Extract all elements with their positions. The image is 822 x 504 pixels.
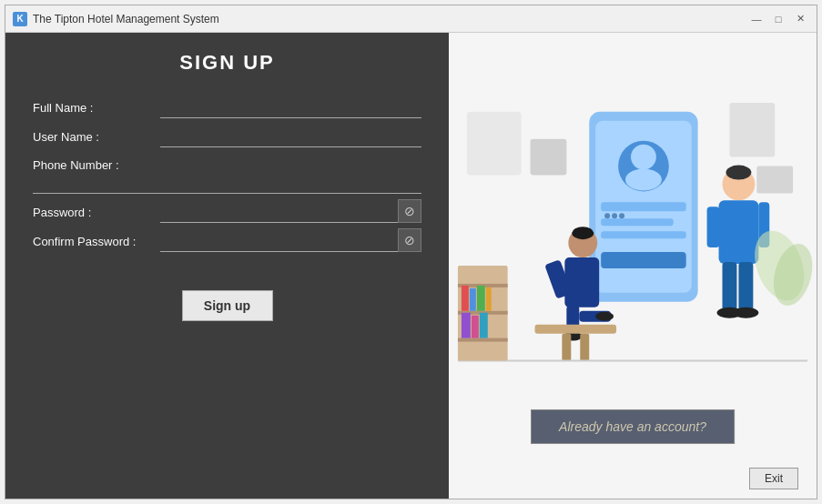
signup-button[interactable]: Sign up <box>182 290 273 321</box>
phone-input[interactable] <box>33 176 421 194</box>
fullname-row: Full Name : <box>33 100 421 118</box>
window-controls: — □ ✕ <box>747 10 809 28</box>
svg-point-15 <box>619 213 624 218</box>
form-area: Full Name : User Name : Phone Number : <box>33 100 421 263</box>
svg-rect-43 <box>462 286 469 311</box>
username-input-wrap <box>160 129 421 147</box>
svg-point-26 <box>572 227 594 239</box>
svg-rect-48 <box>472 316 479 338</box>
title-bar-left: K The Tipton Hotel Management System <box>13 12 219 26</box>
phone-input-wrap <box>33 176 421 194</box>
svg-rect-0 <box>467 112 522 176</box>
svg-point-8 <box>625 169 662 191</box>
svg-rect-45 <box>477 286 485 311</box>
svg-rect-35 <box>580 334 589 361</box>
password-input[interactable] <box>160 205 421 223</box>
svg-rect-42 <box>458 338 508 342</box>
svg-point-13 <box>604 213 610 218</box>
phone-row: Phone Number : <box>33 158 421 194</box>
close-button[interactable]: ✕ <box>791 10 809 28</box>
svg-point-14 <box>612 213 617 218</box>
svg-rect-47 <box>462 313 471 338</box>
fullname-input-wrap <box>160 100 421 118</box>
window-title: The Tipton Hotel Management System <box>33 13 219 25</box>
svg-rect-46 <box>486 287 492 311</box>
app-icon: K <box>13 12 27 26</box>
svg-rect-12 <box>601 252 686 268</box>
svg-rect-27 <box>564 257 599 307</box>
svg-rect-34 <box>562 334 571 361</box>
right-panel: Already have an account? Exit <box>449 33 817 499</box>
svg-rect-24 <box>707 207 720 247</box>
username-row: User Name : <box>33 129 421 147</box>
confirm-password-row: Confirm Password : ⊘ <box>33 234 421 252</box>
left-panel: SIGN UP Full Name : User Name : <box>5 33 449 499</box>
svg-point-7 <box>631 145 656 170</box>
svg-rect-18 <box>719 200 759 264</box>
password-input-wrap: ⊘ <box>160 205 421 223</box>
already-account-button[interactable]: Already have an account? <box>531 409 735 444</box>
svg-rect-10 <box>601 218 674 226</box>
confirm-password-label: Confirm Password : <box>33 235 160 252</box>
password-row: Password : ⊘ <box>33 205 421 223</box>
svg-rect-1 <box>531 139 567 176</box>
main-window: K The Tipton Hotel Management System — □… <box>5 5 817 499</box>
confirm-password-input-wrap: ⊘ <box>160 234 421 252</box>
svg-point-31 <box>595 312 614 321</box>
fullname-input[interactable] <box>160 100 421 118</box>
svg-rect-19 <box>723 262 737 312</box>
svg-rect-3 <box>756 166 793 194</box>
confirm-eye-icon[interactable]: ⊘ <box>398 228 421 252</box>
password-eye-icon[interactable]: ⊘ <box>398 199 421 223</box>
svg-rect-2 <box>729 103 775 157</box>
minimize-button[interactable]: — <box>747 10 766 28</box>
svg-rect-33 <box>535 325 617 334</box>
svg-rect-49 <box>480 313 488 338</box>
username-label: User Name : <box>33 130 160 147</box>
confirm-password-input[interactable] <box>160 234 421 252</box>
maximize-button[interactable]: □ <box>769 10 787 28</box>
username-input[interactable] <box>160 129 421 147</box>
svg-point-22 <box>733 307 758 318</box>
svg-point-17 <box>726 166 751 180</box>
content-area: SIGN UP Full Name : User Name : <box>5 33 817 499</box>
password-label: Password : <box>33 206 160 223</box>
title-bar: K The Tipton Hotel Management System — □… <box>5 5 817 33</box>
svg-rect-9 <box>601 202 686 211</box>
svg-rect-44 <box>470 288 476 311</box>
form-title: SIGN UP <box>179 51 274 75</box>
exit-button[interactable]: Exit <box>749 468 798 489</box>
fullname-label: Full Name : <box>33 101 160 118</box>
phone-label: Phone Number : <box>33 158 160 176</box>
svg-rect-11 <box>601 231 686 238</box>
svg-rect-20 <box>738 262 753 312</box>
